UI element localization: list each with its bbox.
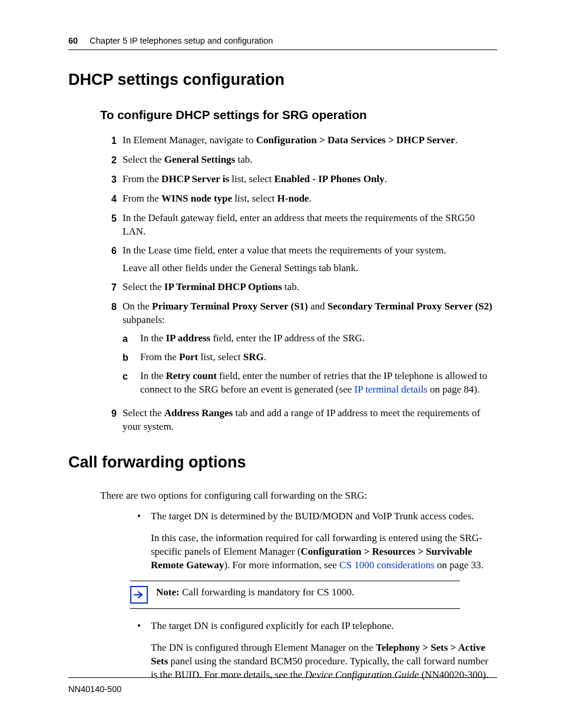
page-number: 60 bbox=[68, 36, 78, 45]
bullet-2-paragraph: The DN is configured through Element Man… bbox=[151, 641, 497, 682]
footer-rule bbox=[68, 677, 497, 678]
step-7: 7 Select the IP Terminal DHCP Options ta… bbox=[100, 281, 497, 295]
procedure-heading: To configure DHCP settings for SRG opera… bbox=[100, 107, 497, 123]
chapter-title: Chapter 5 IP telephones setup and config… bbox=[90, 36, 273, 45]
page: 60 Chapter 5 IP telephones setup and con… bbox=[0, 0, 562, 728]
step-9: 9 Select the Address Ranges tab and add … bbox=[100, 407, 497, 434]
bullet-2-text: The target DN is configured explicitly f… bbox=[151, 620, 497, 633]
bullet-2: • The target DN is configured explicitly… bbox=[127, 620, 497, 633]
note-box: Note: Call forwarding is mandatory for C… bbox=[130, 581, 460, 609]
step-5-text: In the Default gateway field, enter an a… bbox=[123, 212, 497, 239]
call-fwd-bullets-2: • The target DN is configured explicitly… bbox=[127, 620, 497, 633]
step-8-text: On the Primary Terminal Proxy Server (S1… bbox=[123, 300, 497, 401]
bullet-icon: • bbox=[127, 620, 151, 633]
bullet-icon: • bbox=[127, 510, 151, 523]
step-8-substeps: a In the IP address field, enter the IP … bbox=[123, 332, 497, 397]
call-fwd-bullets: • The target DN is determined by the BUI… bbox=[127, 510, 497, 523]
step-8b: b From the Port list, select SRG. bbox=[123, 351, 497, 365]
step-6-text: In the Lease time field, enter a value t… bbox=[123, 244, 497, 276]
step-1: 1 In Element Manager, navigate to Config… bbox=[100, 134, 497, 148]
step-5: 5 In the Default gateway field, enter an… bbox=[100, 212, 497, 239]
note-text: Note: Call forwarding is mandatory for C… bbox=[156, 586, 354, 604]
section-heading-dhcp: DHCP settings configuration bbox=[68, 69, 497, 90]
header-rule bbox=[68, 50, 497, 50]
step-3-text: From the DHCP Server is list, select Ena… bbox=[123, 173, 497, 187]
section-heading-call-forwarding: Call forwarding options bbox=[68, 452, 497, 473]
step-8: 8 On the Primary Terminal Proxy Server (… bbox=[100, 300, 497, 401]
bullet-1-paragraph: In this case, the information required f… bbox=[151, 532, 497, 572]
step-8c: c In the Retry count field, enter the nu… bbox=[123, 370, 497, 397]
procedure-list: 1 In Element Manager, navigate to Config… bbox=[100, 134, 497, 434]
call-fwd-intro: There are two options for configuring ca… bbox=[100, 489, 497, 503]
link-cs1000-considerations[interactable]: CS 1000 considerations bbox=[339, 559, 435, 571]
bullet-1: • The target DN is determined by the BUI… bbox=[127, 510, 497, 523]
step-3: 3 From the DHCP Server is list, select E… bbox=[100, 173, 497, 187]
step-9-text: Select the Address Ranges tab and add a … bbox=[123, 407, 497, 434]
step-1-text: In Element Manager, navigate to Configur… bbox=[123, 134, 497, 148]
step-8a: a In the IP address field, enter the IP … bbox=[123, 332, 497, 346]
step-6: 6 In the Lease time field, enter a value… bbox=[100, 244, 497, 276]
step-2-text: Select the General Settings tab. bbox=[123, 153, 497, 167]
page-footer: NN40140-500 bbox=[68, 677, 497, 696]
step-2: 2 Select the General Settings tab. bbox=[100, 153, 497, 167]
link-ip-terminal-details[interactable]: IP terminal details bbox=[354, 384, 427, 395]
running-header: 60 Chapter 5 IP telephones setup and con… bbox=[68, 35, 497, 47]
document-id: NN40140-500 bbox=[68, 684, 497, 696]
step-4: 4 From the WINS node type list, select H… bbox=[100, 192, 497, 206]
step-7-text: Select the IP Terminal DHCP Options tab. bbox=[123, 281, 497, 295]
note-bottom-rule bbox=[130, 608, 460, 609]
bullet-1-text: The target DN is determined by the BUID/… bbox=[151, 510, 497, 523]
step-4-text: From the WINS node type list, select H-n… bbox=[123, 192, 497, 206]
arrow-right-icon bbox=[130, 586, 148, 604]
